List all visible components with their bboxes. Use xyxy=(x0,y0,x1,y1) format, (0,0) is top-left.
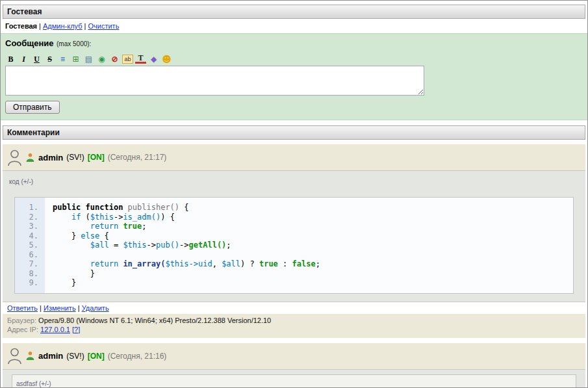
action-separator: | xyxy=(38,304,44,312)
ip-row: Адрес IP: 127.0.0.1 [?] xyxy=(7,325,581,334)
comment-head: admin (SV!) [ON] (Сегодня, 21:16) xyxy=(3,343,585,369)
fill-color-icon[interactable]: ◆ xyxy=(148,54,159,64)
ip-link[interactable]: 127.0.0.1 xyxy=(40,326,70,333)
ip-label: Адрес IP: xyxy=(7,326,38,333)
guestbook-page: Гостевая Гостевая | Админ-клуб | Очистит… xyxy=(0,0,588,388)
edit-link[interactable]: Изменить xyxy=(44,304,76,312)
comment-meta: Браузер: Opera/9.80 (Windows NT 6.1; Win… xyxy=(3,314,585,338)
code-spoiler-toggle[interactable]: код (+/-) xyxy=(9,178,33,185)
line-number: 7. xyxy=(15,259,38,269)
comment-separator xyxy=(1,338,587,343)
online-user-icon xyxy=(25,153,35,162)
avatar-icon xyxy=(7,149,22,166)
browser-label: Браузер: xyxy=(7,317,36,324)
message-label: Сообщение xyxy=(5,38,54,48)
comment-body: asdfasf (+/-) xyxy=(3,369,585,388)
online-user-icon xyxy=(25,351,35,361)
strike-icon[interactable]: S xyxy=(44,54,55,64)
nav-link-clear[interactable]: Очистить xyxy=(88,22,120,30)
browser-value: Opera/9.80 (Windows NT 6.1; Win64; x64) … xyxy=(38,317,271,324)
reply-link[interactable]: Ответить xyxy=(7,304,38,312)
comments-header: Комментарии xyxy=(3,125,585,140)
line-number: 1. xyxy=(15,203,38,213)
no-entry-icon[interactable]: ⊘ xyxy=(109,54,120,64)
code-line: return in_array($this->uid, $all) ? true… xyxy=(53,259,573,269)
code-line: } else { xyxy=(53,231,573,241)
composer-panel: Сообщение (max 5000): BIUS≡⊞▤◉⊘abT◆☻ Отп… xyxy=(1,33,587,120)
line-number: 8. xyxy=(15,269,38,279)
line-number: 6. xyxy=(15,250,38,260)
line-number: 9. xyxy=(15,278,38,288)
line-number: 4. xyxy=(15,231,38,241)
nav-current-guestbook: Гостевая xyxy=(5,22,37,30)
nav-links: | Админ-клуб | Очистить xyxy=(37,22,119,30)
composer-label-row: Сообщение (max 5000): xyxy=(5,37,583,49)
code-line: return true; xyxy=(53,222,573,231)
nav-separator: | xyxy=(83,22,88,30)
copy-icon[interactable]: ▤ xyxy=(83,54,94,64)
format-toolbar: BIUS≡⊞▤◉⊘abT◆☻ xyxy=(5,53,583,64)
comment-author[interactable]: admin xyxy=(38,153,63,162)
comment-actions: Ответить | Изменить | Удалить xyxy=(3,302,585,314)
add-table-icon[interactable]: ⊞ xyxy=(70,54,81,64)
comment-head: admin (SV!) [ON] (Сегодня, 21:17) xyxy=(3,144,585,170)
code-line: } xyxy=(53,269,573,279)
action-separator: | xyxy=(76,304,82,312)
comment-body: код (+/-) 1.2.3.4.5.6.7.8.9. public func… xyxy=(3,170,585,302)
underline-icon[interactable]: U xyxy=(31,54,42,64)
line-number: 2. xyxy=(15,213,38,222)
link-icon[interactable]: ◉ xyxy=(96,54,107,64)
italic-icon[interactable]: I xyxy=(18,54,29,64)
code-line: public function publisher() { xyxy=(53,203,573,213)
line-number: 3. xyxy=(15,222,38,231)
page-title: Гостевая xyxy=(3,5,585,19)
bold-icon[interactable]: B xyxy=(5,54,16,64)
code-line: if ($this->is_adm()) { xyxy=(53,213,573,222)
author-tag: (SV!) xyxy=(66,352,84,361)
ip-help-link[interactable]: [?] xyxy=(72,326,80,333)
nav-link-admin-club[interactable]: Админ-клуб xyxy=(43,22,82,30)
line-number: 5. xyxy=(15,240,38,250)
code-line: $all = $this->pub()->getAll(); xyxy=(53,240,573,250)
avatar-icon xyxy=(7,347,22,365)
comment-author[interactable]: admin xyxy=(38,351,63,361)
smiley-icon[interactable]: ☻ xyxy=(161,54,172,64)
message-box: asdfasf (+/-) xyxy=(12,374,576,388)
font-color-icon[interactable]: T xyxy=(135,54,146,64)
delete-link[interactable]: Удалить xyxy=(82,304,109,312)
comment-date: (Сегодня, 21:17) xyxy=(108,153,167,162)
list-icon[interactable]: ≡ xyxy=(57,54,68,64)
code-gutter: 1.2.3.4.5.6.7.8.9. xyxy=(15,198,45,293)
browser-row: Браузер: Opera/9.80 (Windows NT 6.1; Win… xyxy=(7,316,581,325)
online-status: [ON] xyxy=(88,352,105,361)
translit-icon[interactable]: ab xyxy=(122,55,133,64)
comment-item-2: admin (SV!) [ON] (Сегодня, 21:16) asdfas… xyxy=(3,343,585,388)
author-tag: (SV!) xyxy=(66,153,84,162)
breadcrumb: Гостевая | Админ-клуб | Очистить xyxy=(5,22,583,30)
nav-separator: | xyxy=(37,22,43,30)
submit-button[interactable]: Отправить xyxy=(5,101,60,114)
message-textarea[interactable] xyxy=(5,66,424,96)
submit-row: Отправить xyxy=(5,96,583,114)
comment-date: (Сегодня, 21:16) xyxy=(108,352,167,361)
message-spoiler-toggle[interactable]: asdfasf (+/-) xyxy=(16,380,51,387)
code-line: } xyxy=(53,278,573,288)
code-line xyxy=(53,250,573,260)
code-block: 1.2.3.4.5.6.7.8.9. public function publi… xyxy=(14,197,574,294)
comment-item-1: admin (SV!) [ON] (Сегодня, 21:17) код (+… xyxy=(3,144,585,338)
code-lines: public function publisher() { if ($this-… xyxy=(45,198,573,293)
message-limit-hint: (max 5000): xyxy=(57,40,91,47)
online-status: [ON] xyxy=(88,153,105,162)
